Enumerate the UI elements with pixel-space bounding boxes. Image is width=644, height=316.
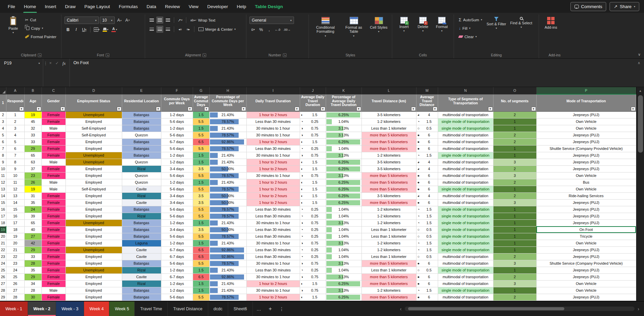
cell-J7[interactable]: ◔0.25 [300, 145, 326, 152]
font-name-select[interactable]: Calibri▾ [64, 17, 99, 24]
cell-P18[interactable]: Jeepneys (PUJ) [536, 219, 636, 226]
horizontal-scroll-track[interactable] [405, 307, 635, 311]
cell-J28[interactable]: ◑0.75 [300, 287, 326, 294]
cell-F14[interactable]: 3-4 days [161, 192, 193, 199]
cell-B14[interactable]: 31 [24, 192, 42, 199]
share-button[interactable]: ↗ Share ▾ [610, 2, 639, 11]
column-letter-H[interactable]: H [209, 87, 246, 94]
cell-O27[interactable]: 3 [493, 280, 536, 287]
menu-tab-developer[interactable]: Developer [203, 0, 233, 13]
cell-J4[interactable]: ◑0.75 [300, 125, 326, 132]
cell-B15[interactable]: 35 [24, 199, 42, 206]
sheet-tab-week-1[interactable]: Week - 1 [0, 301, 28, 316]
filter-dropdown-icon-B[interactable]: ▾ [36, 107, 41, 111]
cell-E21[interactable]: Laguna [122, 240, 161, 246]
cell-F12[interactable]: 1-2 days [161, 179, 193, 186]
cell-O23[interactable]: 2 [493, 253, 536, 260]
header-cell-E[interactable]: Residential Location▾ [122, 94, 161, 111]
cell-J20[interactable]: ◔0.25 [300, 233, 326, 240]
cell-B17[interactable]: 39 [24, 213, 42, 219]
fill-button[interactable]: ↓Fill▾ [457, 25, 484, 32]
cell-H10[interactable]: 50.00% [209, 165, 246, 172]
cell-P9[interactable]: Jeepneys (PUJ) [536, 159, 636, 165]
cell-C22[interactable]: Female [42, 246, 65, 253]
cell-P21[interactable]: Own Vehicle [536, 240, 636, 246]
cell-B13[interactable]: 19 [24, 186, 42, 192]
cell-I27[interactable]: 1 hour to 2 hours [246, 280, 300, 287]
cell-P25[interactable]: Jeepneys (PUJ) [536, 267, 636, 273]
cell-L3[interactable]: 1-2 kilometers [361, 118, 416, 125]
cell-G8[interactable]: 1.5 [193, 152, 209, 159]
column-letter-I[interactable]: I [246, 87, 300, 94]
cell-E6[interactable]: Batangas [122, 138, 161, 145]
cell-A4[interactable]: 3 [6, 125, 24, 132]
cell-M13[interactable]: ●6 [416, 186, 438, 192]
cell-H24[interactable]: 78.57% [209, 260, 246, 267]
cell-A23[interactable]: 22 [6, 253, 24, 260]
cell-N28[interactable]: single mode of transportation [438, 287, 493, 294]
sheet-tab-week-4[interactable]: Week 4 [84, 301, 109, 316]
cell-I25[interactable]: Less than 30 minutes [246, 267, 300, 273]
cell-C28[interactable]: Male [42, 287, 65, 294]
row-number-14[interactable]: 14 [0, 192, 6, 199]
cell-N7[interactable]: multimodal of transportation [438, 145, 493, 152]
cell-H12[interactable]: 21.43% [209, 179, 246, 186]
cell-J13[interactable]: ◐1.5 [300, 186, 326, 192]
cell-G9[interactable]: 1.5 [193, 159, 209, 165]
cell-A9[interactable]: 8 [6, 159, 24, 165]
header-cell-L[interactable]: Travel Distance (km)▾ [361, 94, 416, 111]
cell-I29[interactable]: 1 hour to 2 hours [246, 294, 300, 300]
cell-G24[interactable]: 5.5 [193, 260, 209, 267]
cell-A10[interactable]: 9 [6, 165, 24, 172]
row-number-7[interactable]: 7 [0, 145, 6, 152]
enter-icon[interactable]: ✓ [55, 61, 59, 87]
cell-L15[interactable]: more than 5 kilometers [361, 199, 416, 206]
row-number-3[interactable]: 3 [0, 118, 6, 125]
cell-O12[interactable]: 2 [493, 179, 536, 186]
filter-dropdown-icon-F[interactable]: ▾ [188, 107, 192, 111]
cell-L27[interactable]: more than 5 kilometers [361, 280, 416, 287]
orientation-button[interactable]: ↗▾ [177, 17, 184, 24]
column-letter-N[interactable]: N [438, 87, 493, 94]
cell-P7[interactable]: Shuttle Service (Company Provided Vehicl… [536, 145, 636, 152]
cell-O7[interactable]: 1 [493, 145, 536, 152]
bold-button[interactable]: B [64, 26, 72, 33]
cell-A24[interactable]: 23 [6, 260, 24, 267]
cell-G5[interactable]: 5.5 [193, 132, 209, 138]
cell-O3[interactable]: 1 [493, 118, 536, 125]
cell-D21[interactable]: Employed [65, 240, 122, 246]
cell-O29[interactable]: 2 [493, 294, 536, 300]
cell-L4[interactable]: Less than 1 kilometer [361, 125, 416, 132]
cell-H13[interactable]: 78.57% [209, 186, 246, 192]
row-number-11[interactable]: 11 [0, 172, 6, 179]
menu-tab-home[interactable]: Home [20, 0, 41, 13]
cell-K17[interactable]: 1.04% [326, 213, 361, 219]
cell-H9[interactable]: 21.43% [209, 159, 246, 165]
cell-A26[interactable]: 25 [6, 273, 24, 280]
sheet-tab-dcdc[interactable]: dcdc [208, 301, 228, 316]
cell-N18[interactable]: single mode of transportation [438, 219, 493, 226]
cell-P5[interactable]: Jeepneys (PUJ) [536, 132, 636, 138]
cell-H29[interactable]: 78.57% [209, 294, 246, 300]
cell-I4[interactable]: 30 minutes to 1 hour [246, 125, 300, 132]
cell-M19[interactable]: ○0.5 [416, 226, 438, 233]
cell-I5[interactable]: 30 minutes to 1 hour [246, 132, 300, 138]
cell-A22[interactable]: 21 [6, 246, 24, 253]
cell-O2[interactable]: 2 [493, 111, 536, 118]
cell-H16[interactable]: 78.57% [209, 206, 246, 213]
cell-P12[interactable]: Bus [536, 179, 636, 186]
row-number-15[interactable]: 15 [0, 199, 6, 206]
cell-C25[interactable]: Female [42, 267, 65, 273]
cell-C2[interactable]: Female [42, 111, 65, 118]
cell-B11[interactable]: 23 [24, 172, 42, 179]
cell-O19[interactable]: 1 [493, 226, 536, 233]
cell-E25[interactable]: Rizal [122, 267, 161, 273]
cell-G6[interactable]: 6.5 [193, 138, 209, 145]
cell-B9[interactable]: 63 [24, 159, 42, 165]
cell-E24[interactable]: Batangas [122, 260, 161, 267]
clear-button[interactable]: Clear▾ [457, 33, 484, 40]
cell-M21[interactable]: ◔1.5 [416, 240, 438, 246]
cell-M7[interactable]: ●6 [416, 145, 438, 152]
sheet-tab-week-5[interactable]: Week 5 [109, 301, 135, 316]
cell-G16[interactable]: 5.5 [193, 206, 209, 213]
